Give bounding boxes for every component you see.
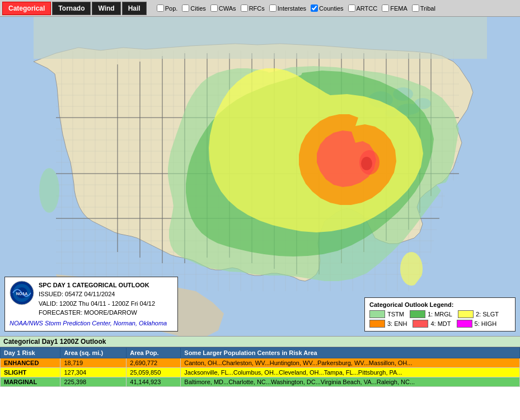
centers-value: Jacksonville, FL...Columbus, OH...Clevel… bbox=[181, 368, 520, 377]
cb-pop[interactable]: Pop. bbox=[157, 4, 178, 12]
info-forecaster: FORECASTER: MOORE/DARROW bbox=[39, 308, 155, 318]
cb-counties-label: Counties bbox=[319, 5, 343, 12]
cb-cities-label: Cities bbox=[190, 5, 206, 12]
noaa-logo-icon: NOAA bbox=[10, 281, 34, 305]
legend-enh-label: 3: ENH bbox=[387, 320, 407, 327]
svg-point-87 bbox=[361, 157, 372, 170]
legend-mdt-label: 4: MDT bbox=[430, 320, 451, 327]
info-box: NOAA SPC DAY 1 CATEGORICAL OUTLOOK ISSUE… bbox=[4, 277, 178, 332]
info-valid: VALID: 1200Z Thu 04/11 - 1200Z Fri 04/12 bbox=[39, 299, 155, 309]
tab-categorical[interactable]: Categorical bbox=[2, 2, 51, 15]
outlook-header: Categorical Day1 1200Z Outlook bbox=[0, 336, 520, 347]
legend-title: Categorical Outlook Legend: bbox=[369, 301, 510, 308]
table-row: SLIGHT127,30425,059,850Jacksonville, FL.… bbox=[1, 368, 520, 377]
cb-tribal[interactable]: Tribal bbox=[412, 4, 435, 12]
tab-hail[interactable]: Hail bbox=[122, 2, 147, 15]
info-issued: ISSUED: 0547Z 04/11/2024 bbox=[39, 290, 155, 299]
cb-counties[interactable]: Counties bbox=[311, 4, 343, 12]
cb-cwas-label: CWAs bbox=[219, 5, 236, 12]
cb-fema-input[interactable] bbox=[382, 4, 389, 12]
legend-mrgl-label: 1: MRGL bbox=[428, 311, 452, 318]
svg-rect-90 bbox=[34, 17, 487, 59]
legend-high-label: 5: HIGH bbox=[475, 320, 497, 327]
cb-artcc-label: ARTCC bbox=[357, 5, 378, 12]
risk-table: Day 1 Risk Area (sq. mi.) Area Pop. Some… bbox=[0, 347, 520, 387]
col-centers: Some Larger Population Centers in Risk A… bbox=[181, 348, 520, 358]
cb-interstates[interactable]: Interstates bbox=[269, 4, 306, 12]
cb-artcc-input[interactable] bbox=[348, 4, 355, 12]
cb-interstates-input[interactable] bbox=[269, 4, 277, 12]
risk-table-body: ENHANCED18,7192,690,772Canton, OH...Char… bbox=[1, 358, 520, 387]
legend-tstm-label: TSTM bbox=[387, 311, 404, 318]
legend-slgt-label: 2: SLGT bbox=[476, 311, 499, 318]
cb-tribal-label: Tribal bbox=[420, 5, 435, 12]
cb-rfcs-label: RFCs bbox=[249, 5, 265, 12]
cb-cwas[interactable]: CWAs bbox=[210, 4, 236, 12]
cb-interstates-label: Interstates bbox=[278, 5, 306, 12]
outlook-header-text: Categorical Day1 1200Z Outlook bbox=[3, 338, 106, 346]
cb-pop-input[interactable] bbox=[157, 4, 164, 12]
tab-wind[interactable]: Wind bbox=[92, 2, 120, 15]
cb-cwas-input[interactable] bbox=[210, 4, 218, 12]
area-value: 225,398 bbox=[60, 377, 127, 387]
cb-fema-label: FEMA bbox=[390, 5, 407, 12]
legend-enh-swatch bbox=[369, 320, 385, 328]
legend-box: Categorical Outlook Legend: TSTM 1: MRGL… bbox=[364, 297, 516, 332]
toolbar: Categorical Tornado Wind Hail Pop. Citie… bbox=[0, 0, 520, 17]
cb-counties-input[interactable] bbox=[311, 4, 318, 12]
cb-artcc[interactable]: ARTCC bbox=[348, 4, 378, 12]
centers-value: Baltimore, MD...Charlotte, NC...Washingt… bbox=[181, 377, 520, 387]
pop-value: 41,144,923 bbox=[127, 377, 181, 387]
cb-rfcs-input[interactable] bbox=[241, 4, 248, 12]
risk-label: ENHANCED bbox=[1, 358, 60, 368]
cb-pop-label: Pop. bbox=[165, 5, 178, 12]
legend-slgt-swatch bbox=[458, 310, 474, 318]
cb-rfcs[interactable]: RFCs bbox=[241, 4, 265, 12]
pop-value: 2,690,772 bbox=[127, 358, 181, 368]
table-row: ENHANCED18,7192,690,772Canton, OH...Char… bbox=[1, 358, 520, 368]
pop-value: 25,059,850 bbox=[127, 368, 181, 377]
table-row: MARGINAL225,39841,144,923Baltimore, MD..… bbox=[1, 377, 520, 387]
legend-mrgl-swatch bbox=[410, 310, 425, 318]
risk-label: SLIGHT bbox=[1, 368, 60, 377]
cb-cities-input[interactable] bbox=[182, 4, 189, 12]
centers-value: Canton, OH...Charleston, WV...Huntington… bbox=[181, 358, 520, 368]
area-value: 127,304 bbox=[60, 368, 127, 377]
legend-high-swatch bbox=[457, 320, 472, 328]
info-link[interactable]: NOAA/NWS Storm Prediction Center, Norman… bbox=[10, 319, 173, 328]
legend-mdt-swatch bbox=[413, 320, 428, 328]
cb-cities[interactable]: Cities bbox=[182, 4, 206, 12]
cb-fema[interactable]: FEMA bbox=[382, 4, 407, 12]
info-title: SPC DAY 1 CATEGORICAL OUTLOOK bbox=[39, 281, 155, 290]
legend-tstm-swatch bbox=[369, 310, 385, 318]
col-area: Area (sq. mi.) bbox=[60, 348, 127, 358]
svg-point-89 bbox=[39, 168, 59, 213]
map-container[interactable]: NOAA SPC DAY 1 CATEGORICAL OUTLOOK ISSUE… bbox=[0, 17, 520, 336]
tab-tornado[interactable]: Tornado bbox=[52, 2, 91, 15]
cb-tribal-input[interactable] bbox=[412, 4, 419, 12]
col-pop: Area Pop. bbox=[127, 348, 181, 358]
checkbox-group: Pop. Cities CWAs RFCs Interstates Counti… bbox=[157, 4, 435, 12]
col-risk: Day 1 Risk bbox=[1, 348, 60, 358]
area-value: 18,719 bbox=[60, 358, 127, 368]
risk-label: MARGINAL bbox=[1, 377, 60, 387]
